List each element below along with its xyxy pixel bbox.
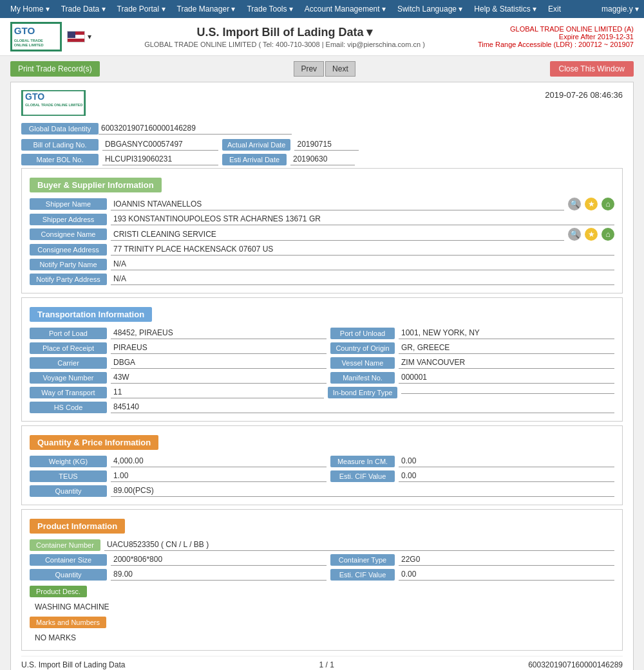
esti-arrival-value: 20190630	[290, 153, 355, 165]
container-size-label: Container Size	[30, 554, 107, 566]
port-of-unload-value: 1001, NEW YORK, NY	[399, 327, 614, 339]
notify-party-name-row: Notify Party Name N/A	[30, 258, 614, 270]
esti-cif-label: Esti. CIF Value	[330, 470, 395, 482]
hs-code-row: HS Code 845140	[30, 401, 614, 413]
record-footer-page: 1 / 1	[319, 660, 334, 669]
header-title-area: U.S. Import Bill of Lading Data ▾ GLOBAL…	[144, 25, 425, 48]
shipper-search-icon[interactable]: 🔍	[568, 198, 581, 210]
company-name: GLOBAL TRADE ONLINE LIMITED (A)	[478, 25, 634, 33]
in-bond-entry-label: In-bond Entry Type	[328, 387, 398, 398]
actual-arrival-label: Actual Arrival Date	[222, 139, 290, 151]
country-of-origin-label: Country of Origin	[330, 342, 395, 354]
close-button-top[interactable]: Close This Window	[550, 61, 634, 77]
weight-row: Weight (KG) 4,000.00 Measure In CM. 0.00	[30, 455, 614, 467]
master-bol-label: Mater BOL No.	[21, 154, 99, 165]
weight-value: 4,000.00	[111, 455, 327, 467]
product-desc-value: WASHING MACHINE	[30, 600, 614, 614]
teus-label: TEUS	[30, 470, 107, 482]
consignee-home-icon[interactable]: ⌂	[601, 228, 614, 241]
esti-arrival-label: Esti Arrival Date	[222, 154, 287, 165]
bol-value: DBGASNYC00057497	[102, 138, 218, 151]
print-button-top[interactable]: Print Trade Record(s)	[10, 61, 100, 77]
svg-text:ONLINE LIMITED: ONLINE LIMITED	[14, 43, 44, 47]
container-type-value: 22G0	[399, 554, 614, 566]
language-selector[interactable]: ▾	[67, 31, 91, 42]
top-navigation: My Home ▾ Trade Data ▾ Trade Portal ▾ Tr…	[0, 0, 644, 18]
nav-my-home[interactable]: My Home ▾	[5, 2, 55, 16]
transportation-section: Transportation Information Port of Load …	[21, 297, 623, 422]
user-menu[interactable]: maggie.y ▾	[601, 5, 639, 14]
consignee-star-icon[interactable]: ★	[585, 228, 598, 241]
marks-label: Marks and Numbers	[30, 617, 106, 628]
weight-label: Weight (KG)	[30, 456, 107, 467]
nav-exit[interactable]: Exit	[543, 2, 566, 16]
account-info: GLOBAL TRADE ONLINE LIMITED (A) Expire A…	[478, 25, 634, 48]
page-title: U.S. Import Bill of Lading Data ▾	[144, 25, 425, 39]
consignee-address-label: Consignee Address	[30, 244, 107, 256]
consignee-name-value: CRISTI CLEANING SERVICE	[111, 228, 564, 241]
port-of-load-value: 48452, PIRAEUS	[111, 327, 327, 339]
main-content: Print Trade Record(s) Prev Next Close Th…	[0, 56, 644, 670]
svg-text:GTO: GTO	[14, 25, 35, 36]
consignee-name-label: Consignee Name	[30, 228, 107, 240]
nav-trade-manager[interactable]: Trade Manager ▾	[172, 2, 241, 16]
nav-trade-data[interactable]: Trade Data ▾	[56, 2, 111, 16]
place-receipt-row: Place of Receipt PIRAEUS Country of Orig…	[30, 342, 614, 354]
hs-code-label: HS Code	[30, 402, 107, 413]
shipper-star-icon[interactable]: ★	[585, 198, 598, 210]
nav-account-management[interactable]: Account Management ▾	[299, 2, 391, 16]
measure-label: Measure In CM.	[330, 456, 395, 467]
container-number-row: Container Number UACU8523350 ( CN / L / …	[30, 539, 614, 551]
notify-party-address-row: Notify Party Address N/A	[30, 273, 614, 285]
consignee-search-icon[interactable]: 🔍	[568, 228, 581, 241]
bol-label: Bill of Lading No.	[21, 139, 99, 151]
quantity2-row: Quantity 89.00 Esti. CIF Value 0.00	[30, 568, 614, 581]
vessel-name-value: ZIM VANCOUVER	[399, 357, 614, 369]
esti-cif-value: 0.00	[399, 470, 614, 482]
top-toolbar: Print Trade Record(s) Prev Next Close Th…	[10, 61, 634, 77]
way-of-transport-value: 11	[111, 386, 324, 398]
shipper-name-label: Shipper Name	[30, 198, 107, 210]
actual-arrival-value: 20190715	[294, 138, 359, 151]
esti-cif2-value: 0.00	[399, 568, 614, 581]
carrier-value: DBGA	[111, 357, 327, 369]
svg-text:GLOBAL TRADE ONLINE LIMITED: GLOBAL TRADE ONLINE LIMITED	[25, 103, 82, 107]
product-desc-label: Product Desc.	[30, 586, 87, 597]
shipper-name-value: IOANNIS NTAVANELLOS	[111, 198, 564, 210]
nav-switch-language[interactable]: Switch Language ▾	[392, 2, 468, 16]
nav-help-statistics[interactable]: Help & Statistics ▾	[469, 2, 542, 16]
nav-buttons-top: Prev Next	[294, 61, 355, 77]
product-section: Product Information Container Number UAC…	[21, 509, 623, 651]
record-card: GTO GLOBAL TRADE ONLINE LIMITED 2019-07-…	[10, 82, 634, 670]
teus-row: TEUS 1.00 Esti. CIF Value 0.00	[30, 470, 614, 482]
port-of-unload-label: Port of Unload	[330, 328, 395, 339]
global-data-identity-row: Global Data Identity 6003201907160000146…	[21, 122, 623, 135]
us-flag	[67, 31, 85, 42]
flag-dropdown-icon[interactable]: ▾	[88, 32, 91, 41]
container-type-label: Container Type	[330, 554, 395, 566]
record-footer-title: U.S. Import Bill of Lading Data	[21, 660, 125, 669]
svg-text:GLOBAL TRADE: GLOBAL TRADE	[14, 39, 43, 42]
way-of-transport-label: Way of Transport	[30, 387, 107, 398]
voyage-number-value: 43W	[111, 371, 327, 384]
nav-trade-tools[interactable]: Trade Tools ▾	[242, 2, 298, 16]
nav-trade-portal[interactable]: Trade Portal ▾	[112, 2, 171, 16]
bol-row: Bill of Lading No. DBGASNYC00057497 Actu…	[21, 138, 623, 151]
esti-cif2-label: Esti. CIF Value	[330, 569, 395, 581]
shipper-home-icon[interactable]: ⌂	[601, 198, 614, 210]
shipper-address-label: Shipper Address	[30, 214, 107, 225]
header-subtitle: GLOBAL TRADE ONLINE LIMITED ( Tel: 400-7…	[144, 41, 425, 48]
nav-links: My Home ▾ Trade Data ▾ Trade Portal ▾ Tr…	[5, 2, 566, 16]
hs-code-value: 845140	[111, 401, 614, 413]
shipper-address-value: 193 KONSTANTINOUPOLEOS STR ACHARNES 1367…	[111, 213, 614, 225]
quantity-row: Quantity 89.00(PCS)	[30, 485, 614, 497]
global-data-id-value: 6003201907160000146289	[99, 122, 292, 135]
expire-date: Expire After 2019-12-31	[478, 33, 634, 41]
carrier-row: Carrier DBGA Vessel Name ZIM VANCOUVER	[30, 357, 614, 369]
place-of-receipt-value: PIRAEUS	[111, 342, 327, 354]
quantity-price-header: Quantity & Price Information	[30, 435, 158, 450]
prev-button-top[interactable]: Prev	[294, 61, 324, 77]
manifest-no-label: Manifest No.	[330, 372, 395, 384]
next-button-top[interactable]: Next	[325, 61, 355, 77]
marks-row: Marks and Numbers	[30, 614, 614, 628]
